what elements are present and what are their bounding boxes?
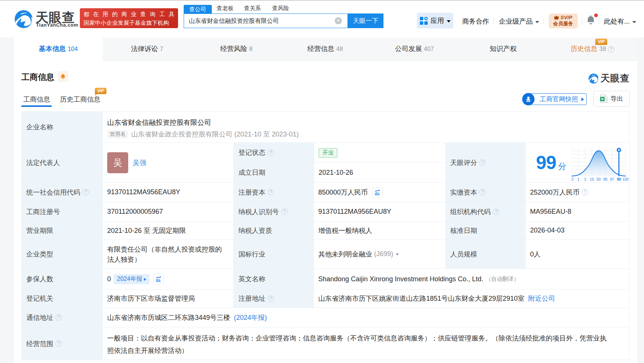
svg-text:3: 3: [584, 177, 586, 182]
svg-text:50: 50: [596, 177, 601, 182]
svg-text:85: 85: [603, 177, 608, 182]
svg-text:100: 100: [622, 177, 628, 182]
svg-text:15: 15: [590, 177, 594, 182]
svg-text:1: 1: [577, 177, 580, 182]
svg-text:97: 97: [610, 177, 614, 182]
svg-text:99: 99: [617, 177, 621, 182]
svg-text:0: 0: [572, 177, 574, 182]
